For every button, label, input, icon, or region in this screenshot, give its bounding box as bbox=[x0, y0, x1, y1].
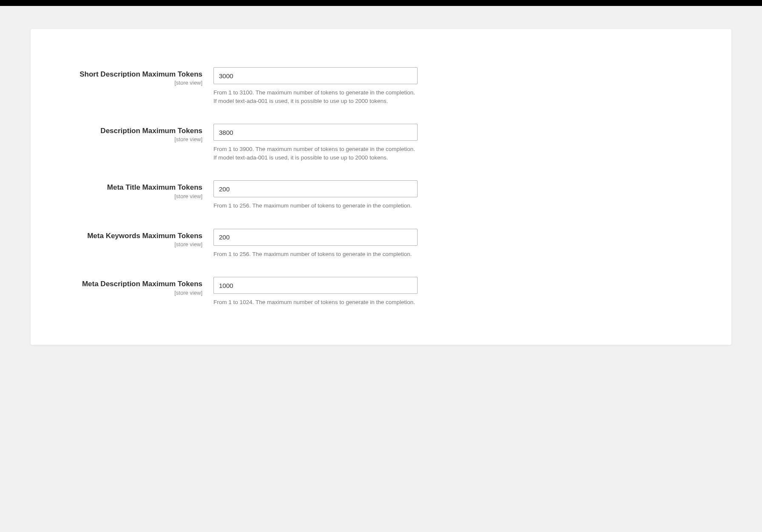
control-column: From 1 to 3100. The maximum number of to… bbox=[213, 67, 418, 105]
field-label: Description Maximum Tokens bbox=[69, 126, 202, 135]
field-label: Meta Keywords Maximum Tokens bbox=[69, 231, 202, 240]
field-label: Meta Description Maximum Tokens bbox=[69, 279, 202, 288]
field-label: Meta Title Maximum Tokens bbox=[69, 183, 202, 192]
label-column: Description Maximum Tokens [store view] bbox=[69, 124, 213, 142]
field-meta-description-max-tokens: Meta Description Maximum Tokens [store v… bbox=[69, 277, 680, 307]
control-column: From 1 to 256. The maximum number of tok… bbox=[213, 180, 418, 210]
control-column: From 1 to 256. The maximum number of tok… bbox=[213, 229, 418, 259]
help-text: From 1 to 256. The maximum number of tok… bbox=[213, 250, 418, 259]
field-short-description-max-tokens: Short Description Maximum Tokens [store … bbox=[69, 67, 680, 105]
field-scope: [store view] bbox=[69, 193, 202, 199]
meta-description-max-tokens-input[interactable] bbox=[213, 277, 418, 294]
field-scope: [store view] bbox=[69, 80, 202, 86]
field-scope: [store view] bbox=[69, 241, 202, 248]
label-column: Meta Title Maximum Tokens [store view] bbox=[69, 180, 213, 199]
label-column: Meta Description Maximum Tokens [store v… bbox=[69, 277, 213, 296]
top-bar bbox=[0, 0, 762, 6]
short-description-max-tokens-input[interactable] bbox=[213, 67, 418, 84]
field-label: Short Description Maximum Tokens bbox=[69, 70, 202, 79]
help-text: From 1 to 1024. The maximum number of to… bbox=[213, 298, 418, 307]
help-text: From 1 to 256. The maximum number of tok… bbox=[213, 202, 418, 210]
help-text: From 1 to 3900. The maximum number of to… bbox=[213, 145, 418, 162]
field-scope: [store view] bbox=[69, 290, 202, 296]
field-meta-keywords-max-tokens: Meta Keywords Maximum Tokens [store view… bbox=[69, 229, 680, 259]
help-text: From 1 to 3100. The maximum number of to… bbox=[213, 88, 418, 105]
control-column: From 1 to 1024. The maximum number of to… bbox=[213, 277, 418, 307]
field-scope: [store view] bbox=[69, 136, 202, 142]
field-meta-title-max-tokens: Meta Title Maximum Tokens [store view] F… bbox=[69, 180, 680, 210]
field-description-max-tokens: Description Maximum Tokens [store view] … bbox=[69, 124, 680, 162]
description-max-tokens-input[interactable] bbox=[213, 124, 418, 141]
settings-panel: Short Description Maximum Tokens [store … bbox=[31, 29, 731, 345]
meta-keywords-max-tokens-input[interactable] bbox=[213, 229, 418, 246]
control-column: From 1 to 3900. The maximum number of to… bbox=[213, 124, 418, 162]
meta-title-max-tokens-input[interactable] bbox=[213, 180, 418, 197]
label-column: Short Description Maximum Tokens [store … bbox=[69, 67, 213, 86]
label-column: Meta Keywords Maximum Tokens [store view… bbox=[69, 229, 213, 248]
page-container: Short Description Maximum Tokens [store … bbox=[0, 6, 762, 370]
